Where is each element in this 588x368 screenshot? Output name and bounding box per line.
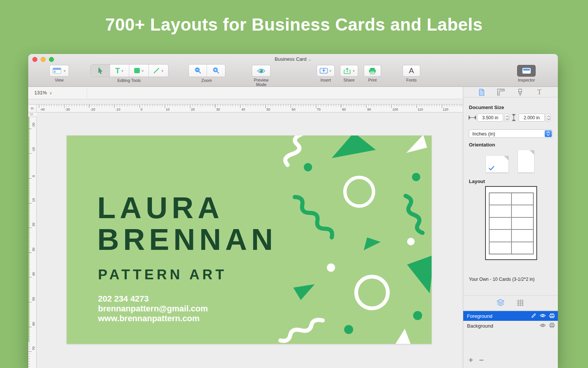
ruler-label: 40: [241, 108, 245, 111]
chevron-down-icon: ∨: [352, 69, 355, 72]
text-tool-button[interactable]: T ∨: [110, 65, 129, 77]
print-button[interactable]: [364, 65, 381, 77]
card-name-text[interactable]: LAURABRENNAN: [97, 192, 277, 256]
remove-layer-button[interactable]: −: [479, 356, 484, 365]
width-stepper[interactable]: [504, 114, 509, 122]
ruler-label: -40: [40, 108, 45, 111]
orientation-heading: Orientation: [469, 142, 495, 148]
inspector-toggle-button[interactable]: [517, 65, 536, 77]
page-fold-corner: [504, 156, 508, 160]
insert-button[interactable]: ∨: [317, 65, 335, 77]
tab-text[interactable]: T: [534, 88, 545, 96]
preview-mode-label: Preview Mode: [252, 78, 271, 87]
zoom-out-icon: [194, 67, 202, 74]
height-stepper[interactable]: [546, 114, 551, 122]
orientation-landscape-option[interactable]: [486, 156, 508, 172]
tab-document[interactable]: [476, 88, 487, 96]
chevron-down-icon: ∨: [121, 69, 124, 72]
layer-visibility-icon[interactable]: [540, 323, 546, 328]
chevron-down-icon: ∨: [49, 91, 52, 95]
ruler-major-tick: [391, 105, 392, 108]
ruler-major-tick: [28, 277, 32, 277]
ruler-major-tick: [416, 105, 417, 108]
layout-cell: [489, 242, 511, 254]
inspector-label: Inspector: [517, 78, 536, 82]
ruler-major-tick: [28, 327, 32, 327]
selected-check-icon: [488, 166, 495, 171]
zoom-out-button[interactable]: [189, 65, 207, 77]
line-tool-button[interactable]: ∨: [149, 65, 168, 77]
ruler-page-extent-highlight: [28, 117, 29, 342]
add-layer-button[interactable]: +: [469, 356, 473, 365]
layers-stack-icon: [496, 299, 505, 306]
fonts-icon: A: [409, 66, 414, 75]
zoom-in-button[interactable]: [207, 65, 225, 77]
text-tool-icon: T: [115, 66, 120, 75]
ruler-label: -20: [90, 108, 95, 111]
ruler-label: 110: [418, 108, 423, 111]
chevron-down-icon: ∨: [161, 69, 164, 72]
layer-print-icon[interactable]: [549, 323, 555, 328]
document-canvas[interactable]: LAURABRENNAN PATTERN ART 202 234 4273 br…: [37, 112, 463, 368]
zoom-level-control[interactable]: 131% ∨: [34, 90, 52, 95]
ruler-label: 90: [367, 108, 371, 111]
ruler-label: 10: [32, 198, 35, 202]
card-contact-text[interactable]: 202 234 4273 brennanpattern@gmail.com ww…: [98, 294, 208, 323]
shape-tool-icon: [134, 68, 140, 74]
grid-tab[interactable]: [514, 298, 526, 307]
preview-mode-button[interactable]: [252, 65, 271, 77]
ruler-label: 120: [443, 108, 449, 111]
ruler-major-tick: [165, 105, 165, 108]
view-button[interactable]: ∨: [49, 65, 69, 77]
layer-visibility-icon[interactable]: [540, 313, 546, 318]
text-style-icon: T: [537, 88, 542, 96]
document-height-field[interactable]: 2.000 in: [519, 114, 545, 122]
ruler-label: 50: [266, 108, 270, 111]
layer-print-icon[interactable]: [549, 313, 555, 318]
share-button[interactable]: ∨: [340, 65, 358, 77]
units-dropdown[interactable]: Inches (in): [469, 129, 553, 138]
window-title[interactable]: Business Card ⌄: [28, 56, 558, 62]
layers-tab[interactable]: [495, 298, 506, 307]
document-width-field[interactable]: 3.500 in: [477, 114, 503, 122]
layout-grid: [489, 192, 534, 254]
tab-appearance[interactable]: [515, 88, 525, 96]
chevron-down-icon: ⌄: [308, 57, 311, 62]
ruler-major-tick: [442, 105, 442, 108]
layer-row-foreground[interactable]: Foreground: [463, 311, 558, 321]
card-website: www.brennanpattern.com: [98, 314, 208, 323]
ruler-major-tick: [28, 178, 32, 179]
ruler-origin-button[interactable]: [28, 112, 37, 117]
layout-cell: [489, 229, 511, 242]
view-icon: [52, 68, 62, 74]
orientation-portrait-option[interactable]: [518, 150, 534, 172]
ruler-label: 70: [32, 346, 35, 350]
view-label: View: [49, 78, 69, 82]
fonts-button[interactable]: A: [403, 65, 420, 77]
business-card[interactable]: LAURABRENNAN PATTERN ART 202 234 4273 br…: [67, 135, 432, 344]
tab-rulers[interactable]: [496, 88, 506, 96]
shape-tool-button[interactable]: ∨: [129, 65, 149, 77]
page-fold-corner: [530, 150, 534, 155]
ruler-label: 60: [292, 108, 296, 111]
chevron-down-icon: ∨: [141, 69, 144, 72]
edit-pencil-icon[interactable]: [531, 313, 536, 318]
ruler-label: 100: [392, 108, 398, 111]
layout-preview[interactable]: [485, 186, 537, 260]
ruler-major-tick: [28, 228, 32, 228]
ruler-major-tick: [28, 351, 32, 352]
inspector-panel: T Document Size 3.500 in 2.000 in Inches…: [463, 87, 558, 368]
ruler-unit-corner[interactable]: in: [28, 104, 37, 112]
ruler-label: 30: [32, 248, 35, 251]
dropdown-arrows-icon: [545, 130, 552, 137]
card-phone: 202 234 4273: [98, 294, 208, 304]
card-subtitle-text[interactable]: PATTERN ART: [98, 267, 227, 283]
layer-row-background[interactable]: Background: [463, 321, 558, 331]
ruler-label: 60: [32, 322, 35, 326]
ruler-major-tick: [39, 105, 39, 108]
horizontal-ruler: -40-30-20-100102030405060708090100110120: [37, 104, 463, 112]
ruler-label: 80: [342, 108, 346, 111]
titlebar-toolbar: Business Card ⌄ ∨ View: [28, 54, 558, 87]
select-tool-button[interactable]: [91, 65, 110, 77]
ruler-label: 30: [216, 108, 220, 111]
